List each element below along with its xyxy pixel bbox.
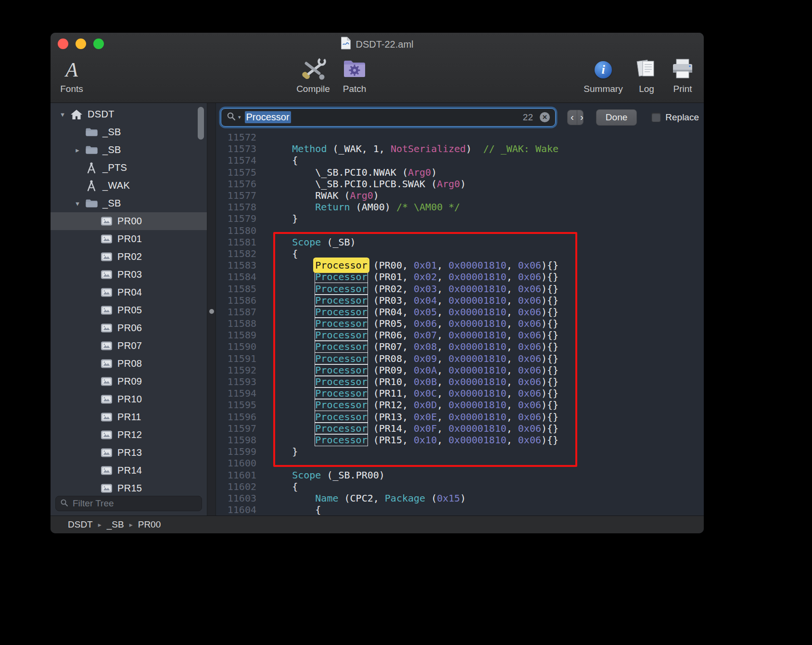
match-count: 22: [523, 112, 533, 123]
editor-pane: ▾ Processor 22 ✕ ‹ › Done Replace 115721…: [216, 103, 704, 516]
code-line: 11573 Method (_WAK, 1, NotSerialized) //…: [216, 143, 704, 155]
sidebar-item-pr10[interactable]: PR10: [51, 390, 207, 408]
line-number: 11589: [216, 329, 264, 341]
code-line: 11591 Processor (PR08, 0x09, 0x00001810,…: [216, 353, 704, 364]
sidebar-scrollbar[interactable]: [198, 107, 204, 140]
sidebar-item-label: PR10: [117, 394, 142, 405]
breadcrumb-item[interactable]: PR00: [138, 519, 161, 530]
search-input[interactable]: ▾ Processor 22 ✕: [221, 108, 556, 127]
filter-tree-input[interactable]: [72, 498, 197, 509]
sidebar-item-label: PR08: [117, 358, 142, 369]
sidebar-item-dsdt[interactable]: ▾DSDT: [51, 105, 207, 123]
breadcrumb-separator: ▸: [98, 521, 102, 529]
code-text: Processor (PR06, 0x07, 0x00001810, 0x06)…: [269, 329, 558, 341]
compile-label: Compile: [293, 84, 333, 94]
line-number: 11577: [216, 190, 264, 201]
device-icon: [98, 412, 114, 422]
sidebar-item-pr08[interactable]: PR08: [51, 355, 207, 373]
code-line: 11586 Processor (PR03, 0x04, 0x00001810,…: [216, 295, 704, 306]
sidebar-item-pr14[interactable]: PR14: [51, 462, 207, 479]
breadcrumb-item[interactable]: DSDT: [68, 519, 93, 530]
line-number: 11580: [216, 225, 264, 236]
line-number: 11597: [216, 423, 264, 434]
line-number: 11603: [216, 492, 264, 504]
device-icon: [98, 483, 114, 493]
line-number: 11590: [216, 341, 264, 352]
fonts-button[interactable]: A Fonts: [57, 56, 87, 94]
sidebar-item-pr06[interactable]: PR06: [51, 319, 207, 337]
search-match: Processor: [315, 423, 367, 434]
sidebar-item-label: PR11: [117, 412, 141, 423]
log-button[interactable]: Log: [631, 56, 662, 94]
replace-checkbox[interactable]: [651, 113, 661, 122]
print-icon: [671, 58, 694, 82]
split-handle[interactable]: [209, 309, 214, 314]
code-line: 11597 Processor (PR14, 0x0F, 0x00001810,…: [216, 423, 704, 434]
sidebar-item-sb[interactable]: _SB: [51, 123, 207, 141]
code-line: 11595 Processor (PR12, 0x0D, 0x00001810,…: [216, 399, 704, 411]
sidebar-item-pr15[interactable]: PR15: [51, 479, 207, 493]
code-line: 11575 \_SB.PCI0.NWAK (Arg0): [216, 167, 704, 178]
sidebar-item-pr02[interactable]: PR02: [51, 248, 207, 266]
line-number: 11576: [216, 178, 264, 190]
compile-button[interactable]: Compile: [293, 56, 333, 94]
sidebar-item-pr11[interactable]: PR11: [51, 408, 207, 426]
sidebar-item-sb[interactable]: ▸_SB: [51, 141, 207, 159]
code-line: 11583 Processor (PR00, 0x01, 0x00001810,…: [216, 259, 704, 271]
disclosure-down-icon[interactable]: ▾: [72, 199, 83, 208]
clear-search-icon[interactable]: ✕: [540, 112, 550, 122]
sidebar-item-label: PR03: [117, 269, 142, 280]
sidebar-item-pr05[interactable]: PR05: [51, 301, 207, 319]
print-button[interactable]: Print: [667, 56, 698, 94]
line-number: 11591: [216, 353, 264, 364]
sidebar-item-wak[interactable]: _WAK: [51, 177, 207, 194]
sidebar-item-pr00[interactable]: PR00: [51, 212, 207, 230]
sidebar-item-label: PR01: [117, 233, 142, 245]
breadcrumb-item[interactable]: _SB: [107, 519, 124, 530]
code-text: Name (CPC2, Package (0x15): [269, 492, 466, 504]
sidebar-item-sb[interactable]: ▾_SB: [51, 194, 207, 212]
device-icon: [98, 430, 114, 440]
code-editor[interactable]: 1157211573 Method (_WAK, 1, NotSerialize…: [216, 131, 704, 516]
done-button[interactable]: Done: [596, 109, 637, 126]
filter-tree-field[interactable]: [55, 496, 202, 511]
sidebar-item-pr09[interactable]: PR09: [51, 373, 207, 390]
summary-label: Summary: [581, 84, 626, 94]
device-icon: [98, 252, 114, 262]
device-icon: [98, 287, 114, 297]
code-text: Scope (_SB): [269, 236, 356, 248]
next-match-button[interactable]: ›: [577, 110, 584, 125]
sidebar-item-label: PR12: [117, 429, 142, 440]
device-icon: [98, 216, 114, 226]
summary-button[interactable]: i Summary: [581, 56, 626, 94]
device-icon: [98, 359, 114, 369]
line-number: 11572: [216, 131, 264, 143]
code-text: Processor (PR02, 0x03, 0x00001810, 0x06)…: [269, 283, 558, 295]
line-number: 11596: [216, 411, 264, 423]
sidebar-item-pr07[interactable]: PR07: [51, 337, 207, 355]
device-icon: [98, 448, 114, 458]
sidebar-item-pr04[interactable]: PR04: [51, 284, 207, 301]
disclosure-right-icon[interactable]: ▸: [72, 146, 83, 155]
previous-match-button[interactable]: ‹: [568, 110, 577, 125]
sidebar-item-pr13[interactable]: PR13: [51, 444, 207, 462]
fonts-icon: A: [65, 60, 78, 80]
code-text: }: [269, 213, 298, 224]
search-match-current: Processor: [315, 259, 367, 271]
line-number: 11587: [216, 306, 264, 318]
print-label: Print: [667, 84, 698, 94]
patch-button[interactable]: Patch: [337, 56, 372, 94]
search-scope-caret-icon[interactable]: ▾: [238, 114, 241, 120]
sidebar-item-pts[interactable]: _PTS: [51, 159, 207, 177]
line-number: 11598: [216, 434, 264, 446]
disclosure-down-icon[interactable]: ▾: [57, 110, 68, 119]
sidebar-item-pr03[interactable]: PR03: [51, 266, 207, 284]
code-line: 11604 {: [216, 504, 704, 516]
method-icon: [83, 180, 100, 192]
code-text: {: [269, 248, 298, 259]
replace-label: Replace: [665, 112, 699, 123]
search-match: Processor: [315, 411, 367, 423]
sidebar-item-pr01[interactable]: PR01: [51, 230, 207, 248]
code-line: 11589 Processor (PR06, 0x07, 0x00001810,…: [216, 329, 704, 341]
sidebar-item-pr12[interactable]: PR12: [51, 426, 207, 444]
